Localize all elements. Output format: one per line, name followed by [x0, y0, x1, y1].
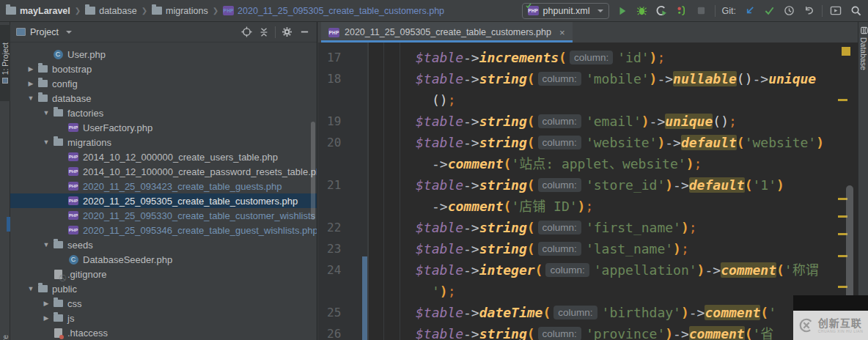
- close-icon[interactable]: ×: [559, 27, 565, 38]
- tree-toggle-arrow[interactable]: ▶: [40, 314, 52, 322]
- tree-item-label: seeds: [67, 240, 93, 251]
- code-line[interactable]: ->comment('店铺 ID');: [432, 196, 593, 217]
- chevron-down-icon[interactable]: [66, 31, 72, 34]
- code-segment: (: [527, 71, 535, 86]
- code-segment: ): [440, 284, 448, 299]
- tree-scrollbar-thumb[interactable]: [311, 122, 315, 220]
- folder-icon: [152, 7, 162, 15]
- database-tool-window-tab[interactable]: Database: [858, 26, 868, 70]
- tree-item[interactable]: ▼migrations: [10, 135, 317, 149]
- code-line[interactable]: $table->string(column:'website')->defaul…: [416, 132, 824, 153]
- project-tool-window-tab[interactable]: 1: Project: [0, 25, 10, 101]
- code-segment: (: [527, 326, 535, 340]
- code-segment: string: [479, 241, 527, 256]
- code-line[interactable]: $table->string(column:'province')->comme…: [416, 323, 773, 340]
- parameter-inlay-hint: column:: [538, 136, 581, 149]
- breadcrumb-item-migrations[interactable]: migrations: [152, 6, 208, 16]
- code-segment: (): [713, 114, 729, 129]
- tree-item[interactable]: ▶css: [10, 296, 317, 311]
- breadcrumb-item-file[interactable]: PHP 2020_11_25_095305_create_table_custo…: [223, 6, 444, 16]
- code-line[interactable]: ();: [432, 89, 456, 111]
- tree-item[interactable]: .htaccess: [10, 325, 317, 340]
- watermark-logo: 创新互联 CHUANG XIN HU LIAN: [793, 311, 868, 340]
- code-segment: $table: [416, 177, 463, 193]
- tree-item[interactable]: PHP2020_11_25_095305_create_table_custom…: [10, 193, 317, 208]
- tree-item[interactable]: .gitignore: [10, 267, 317, 281]
- tree-toggle-arrow[interactable]: ▶: [25, 80, 37, 87]
- tree-toggle-arrow[interactable]: ▶: [25, 65, 37, 73]
- run-anything-button[interactable]: [829, 4, 842, 18]
- code-line[interactable]: $table->increments(column:'id');: [416, 47, 665, 68]
- tree-item[interactable]: ▼public: [10, 281, 317, 296]
- code-line[interactable]: ->comment('站点: applet、website');: [432, 153, 702, 174]
- tree-item-label: 2020_11_25_095305_create_table_customers…: [83, 196, 298, 207]
- code-segment: ): [776, 177, 784, 193]
- breadcrumb-item-project[interactable]: mayLaravel: [6, 6, 70, 16]
- code-line[interactable]: $table->string(column:'email')->unique()…: [416, 111, 737, 132]
- tree-toggle-arrow[interactable]: ▼: [40, 109, 52, 117]
- code-line[interactable]: $table->string(column:'first_name');: [416, 217, 697, 238]
- code-line[interactable]: $table->integer(column:'appellation')->c…: [416, 259, 819, 281]
- hide-panel-button[interactable]: [298, 26, 311, 39]
- line-number: 17: [327, 47, 356, 68]
- code-line[interactable]: $table->string(column:'store_id')->defau…: [416, 174, 784, 196]
- code-segment: '站点: applet、website': [511, 156, 685, 171]
- code-line[interactable]: ');: [432, 281, 456, 302]
- breadcrumb: mayLaravel ❯ database ❯ migrations ❯ PHP…: [6, 6, 444, 16]
- git-history-button[interactable]: [782, 4, 795, 18]
- code-line[interactable]: $table->string(column:'mobile')->nullabl…: [416, 68, 816, 89]
- stop-button[interactable]: [695, 4, 708, 18]
- folder-icon: [38, 65, 48, 73]
- code-line[interactable]: $table->dateTime(column:'birthday')->com…: [416, 302, 776, 323]
- git-rollback-button[interactable]: [802, 4, 815, 18]
- tree-item[interactable]: PHP2014_10_12_000000_create_users_table.…: [10, 149, 317, 164]
- code-editor[interactable]: $table->increments(column:'id');$table->…: [369, 42, 858, 340]
- inspection-status-square[interactable]: [842, 47, 850, 56]
- code-line[interactable]: $table->string(column:'last_name');: [416, 238, 689, 259]
- tree-item[interactable]: PHP2020_11_25_095346_create_table_guest_…: [10, 223, 317, 237]
- debug-button[interactable]: [636, 4, 649, 18]
- git-commit-button[interactable]: [762, 4, 776, 18]
- parameter-inlay-hint: column:: [553, 306, 597, 319]
- code-segment: (: [527, 114, 535, 129]
- tree-toggle-arrow[interactable]: ▼: [40, 138, 52, 146]
- code-segment: ->: [463, 241, 479, 256]
- breadcrumb-item-database[interactable]: database: [85, 6, 136, 16]
- editor-scrollbar-thumb[interactable]: [846, 185, 853, 310]
- run-with-coverage-button[interactable]: [655, 4, 669, 18]
- parameter-inlay-hint: column:: [538, 242, 581, 256]
- tree-item[interactable]: ▶config: [10, 76, 317, 91]
- tree-item[interactable]: PHPUserFactory.php: [10, 120, 317, 135]
- tree-item[interactable]: PHP2020_11_25_095330_create_table_custom…: [10, 208, 317, 223]
- collapse-all-button[interactable]: [257, 26, 271, 39]
- tree-item[interactable]: ▶js: [10, 311, 317, 325]
- structure-tab-label-fragment[interactable]: re: [1, 335, 10, 340]
- tree-toggle-arrow[interactable]: ▼: [25, 95, 37, 102]
- locate-file-button[interactable]: [240, 26, 253, 39]
- tree-item[interactable]: PHP2014_10_12_100000_create_password_res…: [10, 164, 317, 179]
- code-segment: ->: [673, 177, 689, 193]
- tree-item[interactable]: ▼seeds: [10, 237, 317, 252]
- run-with-profiler-button[interactable]: [675, 4, 688, 18]
- settings-gear-icon[interactable]: [280, 26, 293, 39]
- code-segment: ): [665, 326, 673, 340]
- tree-item[interactable]: ▶bootstrap: [10, 62, 317, 76]
- tree-item[interactable]: ▼database: [10, 91, 317, 106]
- warning-stripe-mark[interactable]: [838, 99, 847, 101]
- cx-logo-icon: [798, 317, 814, 333]
- run-config-selector[interactable]: PHP phpunit.xml: [522, 3, 609, 19]
- tree-item[interactable]: PHP2020_11_25_093423_create_table_guests…: [10, 179, 317, 193]
- project-tab-label: 1: Project: [1, 42, 10, 75]
- run-button[interactable]: [616, 4, 629, 18]
- tree-toggle-arrow[interactable]: ▼: [25, 285, 37, 292]
- tree-toggle-arrow[interactable]: ▶: [40, 300, 52, 307]
- editor-tab-active[interactable]: PHP 2020_11_25_095305_create_table_custo…: [321, 22, 573, 42]
- parameter-inlay-hint: column:: [538, 327, 581, 340]
- tree-item[interactable]: ▼factories: [10, 106, 317, 120]
- tree-item[interactable]: CUser.php: [10, 47, 317, 62]
- tree-toggle-arrow[interactable]: ▼: [40, 241, 52, 248]
- tree-item[interactable]: CDatabaseSeeder.php: [10, 252, 317, 267]
- search-everywhere-icon[interactable]: [849, 4, 862, 18]
- folder-icon: [85, 7, 95, 15]
- git-update-button[interactable]: [743, 4, 756, 18]
